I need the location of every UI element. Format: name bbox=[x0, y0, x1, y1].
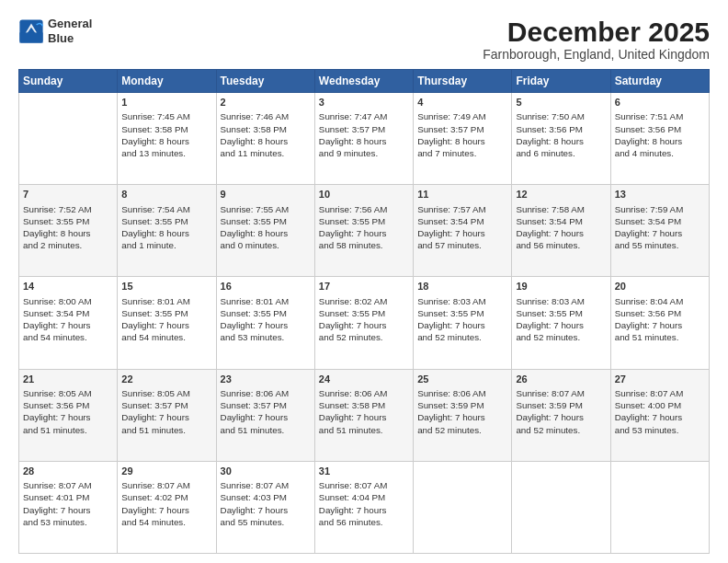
table-row: 27Sunrise: 8:07 AM Sunset: 4:00 PM Dayli… bbox=[610, 369, 709, 461]
table-row bbox=[610, 461, 709, 553]
location: Farnborough, England, United Kingdom bbox=[483, 47, 710, 62]
title-block: December 2025 Farnborough, England, Unit… bbox=[483, 17, 710, 62]
table-row: 24Sunrise: 8:06 AM Sunset: 3:58 PM Dayli… bbox=[314, 369, 413, 461]
day-number: 29 bbox=[121, 465, 211, 478]
day-number: 12 bbox=[516, 188, 606, 201]
table-row: 3Sunrise: 7:47 AM Sunset: 3:57 PM Daylig… bbox=[314, 93, 413, 185]
table-row: 21Sunrise: 8:05 AM Sunset: 3:56 PM Dayli… bbox=[19, 369, 118, 461]
table-row: 14Sunrise: 8:00 AM Sunset: 3:54 PM Dayli… bbox=[19, 277, 118, 369]
calendar-body: 1Sunrise: 7:45 AM Sunset: 3:58 PM Daylig… bbox=[19, 93, 710, 554]
table-row: 10Sunrise: 7:56 AM Sunset: 3:55 PM Dayli… bbox=[314, 185, 413, 277]
table-row: 13Sunrise: 7:59 AM Sunset: 3:54 PM Dayli… bbox=[610, 185, 709, 277]
logo-line1: General bbox=[48, 17, 92, 31]
day-info: Sunrise: 8:05 AM Sunset: 3:56 PM Dayligh… bbox=[23, 387, 113, 436]
header-friday: Friday bbox=[512, 70, 610, 93]
table-row: 9Sunrise: 7:55 AM Sunset: 3:55 PM Daylig… bbox=[216, 185, 314, 277]
table-row bbox=[19, 93, 118, 185]
table-row: 31Sunrise: 8:07 AM Sunset: 4:04 PM Dayli… bbox=[314, 461, 413, 553]
day-number: 2 bbox=[221, 96, 311, 109]
logo-icon bbox=[18, 18, 44, 44]
header-tuesday: Tuesday bbox=[216, 70, 314, 93]
table-row: 6Sunrise: 7:51 AM Sunset: 3:56 PM Daylig… bbox=[610, 93, 709, 185]
weekday-header-row: Sunday Monday Tuesday Wednesday Thursday… bbox=[19, 70, 710, 93]
day-number: 10 bbox=[319, 188, 409, 201]
calendar-header: Sunday Monday Tuesday Wednesday Thursday… bbox=[19, 70, 710, 93]
day-info: Sunrise: 8:00 AM Sunset: 3:54 PM Dayligh… bbox=[23, 295, 113, 344]
day-number: 1 bbox=[121, 96, 211, 109]
table-row: 12Sunrise: 7:58 AM Sunset: 3:54 PM Dayli… bbox=[512, 185, 610, 277]
table-row: 11Sunrise: 7:57 AM Sunset: 3:54 PM Dayli… bbox=[414, 185, 512, 277]
table-row: 20Sunrise: 8:04 AM Sunset: 3:56 PM Dayli… bbox=[610, 277, 709, 369]
table-row: 28Sunrise: 8:07 AM Sunset: 4:01 PM Dayli… bbox=[19, 461, 118, 553]
day-number: 25 bbox=[417, 373, 507, 386]
table-row: 19Sunrise: 8:03 AM Sunset: 3:55 PM Dayli… bbox=[512, 277, 610, 369]
day-number: 13 bbox=[615, 188, 705, 201]
day-info: Sunrise: 8:07 AM Sunset: 4:02 PM Dayligh… bbox=[121, 479, 211, 528]
day-number: 14 bbox=[23, 280, 113, 293]
table-row: 23Sunrise: 8:06 AM Sunset: 3:57 PM Dayli… bbox=[216, 369, 314, 461]
header: General Blue December 2025 Farnborough, … bbox=[18, 17, 710, 62]
day-number: 30 bbox=[221, 465, 311, 478]
logo-line2: Blue bbox=[48, 31, 92, 46]
day-info: Sunrise: 8:07 AM Sunset: 4:03 PM Dayligh… bbox=[221, 479, 311, 528]
day-info: Sunrise: 8:01 AM Sunset: 3:55 PM Dayligh… bbox=[121, 295, 211, 344]
day-number: 19 bbox=[516, 280, 606, 293]
day-info: Sunrise: 7:49 AM Sunset: 3:57 PM Dayligh… bbox=[417, 110, 507, 159]
header-saturday: Saturday bbox=[610, 70, 709, 93]
logo: General Blue bbox=[18, 17, 92, 45]
table-row: 15Sunrise: 8:01 AM Sunset: 3:55 PM Dayli… bbox=[118, 277, 216, 369]
table-row: 4Sunrise: 7:49 AM Sunset: 3:57 PM Daylig… bbox=[414, 93, 512, 185]
day-info: Sunrise: 8:03 AM Sunset: 3:55 PM Dayligh… bbox=[516, 295, 606, 344]
day-info: Sunrise: 8:06 AM Sunset: 3:57 PM Dayligh… bbox=[221, 387, 311, 436]
table-row: 22Sunrise: 8:05 AM Sunset: 3:57 PM Dayli… bbox=[118, 369, 216, 461]
table-row: 29Sunrise: 8:07 AM Sunset: 4:02 PM Dayli… bbox=[118, 461, 216, 553]
logo-text: General Blue bbox=[48, 17, 92, 45]
day-number: 23 bbox=[221, 373, 311, 386]
table-row: 7Sunrise: 7:52 AM Sunset: 3:55 PM Daylig… bbox=[19, 185, 118, 277]
day-info: Sunrise: 7:54 AM Sunset: 3:55 PM Dayligh… bbox=[121, 203, 211, 252]
header-wednesday: Wednesday bbox=[314, 70, 413, 93]
day-info: Sunrise: 7:47 AM Sunset: 3:57 PM Dayligh… bbox=[319, 110, 409, 159]
calendar-week-row: 14Sunrise: 8:00 AM Sunset: 3:54 PM Dayli… bbox=[19, 277, 710, 369]
month-title: December 2025 bbox=[483, 17, 710, 47]
day-number: 24 bbox=[319, 373, 409, 386]
header-thursday: Thursday bbox=[414, 70, 512, 93]
table-row bbox=[512, 461, 610, 553]
table-row: 26Sunrise: 8:07 AM Sunset: 3:59 PM Dayli… bbox=[512, 369, 610, 461]
day-number: 27 bbox=[615, 373, 705, 386]
table-row: 25Sunrise: 8:06 AM Sunset: 3:59 PM Dayli… bbox=[414, 369, 512, 461]
table-row: 16Sunrise: 8:01 AM Sunset: 3:55 PM Dayli… bbox=[216, 277, 314, 369]
day-info: Sunrise: 8:01 AM Sunset: 3:55 PM Dayligh… bbox=[221, 295, 311, 344]
day-number: 11 bbox=[417, 188, 507, 201]
day-info: Sunrise: 8:07 AM Sunset: 4:04 PM Dayligh… bbox=[319, 479, 409, 528]
day-number: 21 bbox=[23, 373, 113, 386]
table-row: 17Sunrise: 8:02 AM Sunset: 3:55 PM Dayli… bbox=[314, 277, 413, 369]
day-info: Sunrise: 8:07 AM Sunset: 4:01 PM Dayligh… bbox=[23, 479, 113, 528]
calendar-week-row: 28Sunrise: 8:07 AM Sunset: 4:01 PM Dayli… bbox=[19, 461, 710, 553]
day-number: 7 bbox=[23, 188, 113, 201]
day-info: Sunrise: 7:45 AM Sunset: 3:58 PM Dayligh… bbox=[121, 110, 211, 159]
table-row: 18Sunrise: 8:03 AM Sunset: 3:55 PM Dayli… bbox=[414, 277, 512, 369]
day-info: Sunrise: 7:50 AM Sunset: 3:56 PM Dayligh… bbox=[516, 110, 606, 159]
day-info: Sunrise: 8:02 AM Sunset: 3:55 PM Dayligh… bbox=[319, 295, 409, 344]
day-info: Sunrise: 7:52 AM Sunset: 3:55 PM Dayligh… bbox=[23, 203, 113, 252]
day-number: 22 bbox=[121, 373, 211, 386]
day-number: 5 bbox=[516, 96, 606, 109]
day-number: 8 bbox=[121, 188, 211, 201]
day-info: Sunrise: 8:06 AM Sunset: 3:58 PM Dayligh… bbox=[319, 387, 409, 436]
calendar-table: Sunday Monday Tuesday Wednesday Thursday… bbox=[18, 69, 710, 554]
day-info: Sunrise: 7:59 AM Sunset: 3:54 PM Dayligh… bbox=[615, 203, 705, 252]
day-number: 26 bbox=[516, 373, 606, 386]
svg-rect-3 bbox=[19, 32, 42, 42]
day-info: Sunrise: 7:58 AM Sunset: 3:54 PM Dayligh… bbox=[516, 203, 606, 252]
header-monday: Monday bbox=[118, 70, 216, 93]
day-info: Sunrise: 7:51 AM Sunset: 3:56 PM Dayligh… bbox=[615, 110, 705, 159]
day-number: 9 bbox=[221, 188, 311, 201]
day-info: Sunrise: 8:07 AM Sunset: 3:59 PM Dayligh… bbox=[516, 387, 606, 436]
day-number: 15 bbox=[121, 280, 211, 293]
table-row: 1Sunrise: 7:45 AM Sunset: 3:58 PM Daylig… bbox=[118, 93, 216, 185]
calendar-week-row: 7Sunrise: 7:52 AM Sunset: 3:55 PM Daylig… bbox=[19, 185, 710, 277]
table-row bbox=[414, 461, 512, 553]
day-number: 4 bbox=[417, 96, 507, 109]
calendar-week-row: 1Sunrise: 7:45 AM Sunset: 3:58 PM Daylig… bbox=[19, 93, 710, 185]
